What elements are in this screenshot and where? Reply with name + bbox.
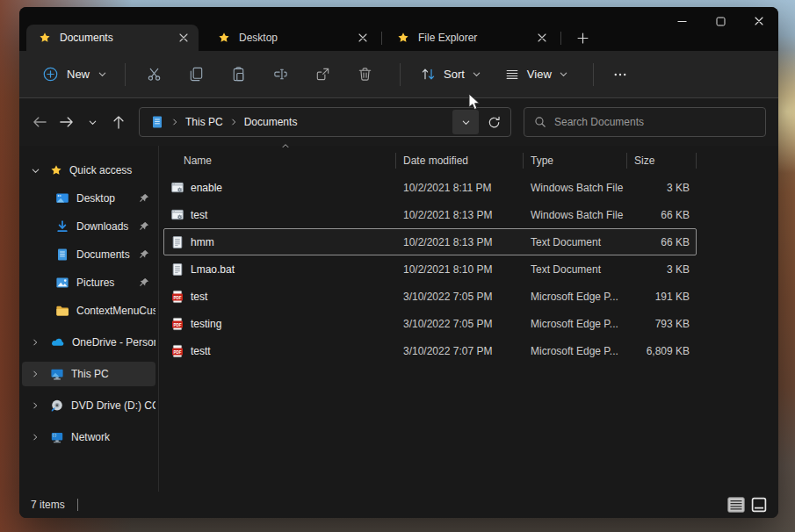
view-button-label: View bbox=[527, 68, 552, 81]
sidebar-item-downloads[interactable]: Downloads bbox=[22, 214, 155, 239]
pin-icon bbox=[139, 193, 149, 204]
file-row-test[interactable]: PDFtest3/10/2022 7:05 PMMicrosoft Edge P… bbox=[163, 283, 697, 310]
sidebar-item-label: ContextMenuCust bbox=[76, 305, 155, 317]
file-name: hmm bbox=[191, 236, 214, 248]
sidebar-item-documents[interactable]: Documents bbox=[22, 242, 155, 267]
copy-button[interactable] bbox=[178, 59, 213, 90]
tab-desktop[interactable]: Desktop bbox=[206, 25, 378, 51]
file-date-modified: 10/2/2021 8:13 PM bbox=[396, 209, 524, 221]
view-button[interactable]: View bbox=[495, 61, 577, 88]
sidebar-item-onedrive-personal[interactable]: OneDrive - Personal bbox=[22, 330, 155, 355]
svg-text:PDF: PDF bbox=[173, 322, 181, 327]
star-icon bbox=[50, 164, 62, 176]
column-header-label: Name bbox=[184, 155, 212, 167]
file-row-testing[interactable]: PDFtesting3/10/2022 7:05 PMMicrosoft Edg… bbox=[163, 310, 697, 337]
file-name-cell: PDFtestt bbox=[163, 344, 396, 358]
new-tab-button[interactable] bbox=[567, 25, 597, 51]
breadcrumb-item-documents[interactable]: Documents bbox=[244, 116, 298, 128]
tab-close-button[interactable] bbox=[534, 30, 550, 46]
sidebar-item-label: DVD Drive (D:) CCCC bbox=[71, 399, 155, 412]
file-name: test bbox=[191, 209, 207, 221]
toolbar-divider bbox=[593, 63, 594, 86]
tab-close-button[interactable] bbox=[176, 30, 192, 46]
close-button[interactable] bbox=[740, 7, 778, 35]
sidebar-item-this-pc[interactable]: This PC bbox=[22, 362, 155, 386]
chevron-down-icon bbox=[472, 69, 481, 79]
file-name: test bbox=[191, 291, 207, 303]
file-row-test[interactable]: test10/2/2021 8:13 PMWindows Batch File6… bbox=[163, 201, 697, 228]
file-row-enable[interactable]: enable10/2/2021 8:11 PMWindows Batch Fil… bbox=[163, 174, 697, 201]
sidebar-item-pictures[interactable]: Pictures bbox=[22, 270, 155, 295]
tab-label: File Explorer bbox=[418, 32, 534, 44]
sidebar-item-network[interactable]: Network bbox=[22, 425, 155, 449]
text-file-icon bbox=[170, 262, 184, 277]
star-icon bbox=[39, 32, 51, 44]
file-row-testt[interactable]: PDFtestt3/10/2022 7:07 PMMicrosoft Edge … bbox=[163, 337, 697, 364]
dvd-icon bbox=[50, 399, 64, 413]
tab-file-explorer[interactable]: File Explorer bbox=[385, 25, 557, 51]
pin-icon bbox=[139, 277, 149, 288]
breadcrumb-item-this-pc[interactable]: This PC bbox=[185, 116, 223, 128]
chevron-right-icon[interactable] bbox=[31, 370, 50, 378]
column-header-name[interactable]: Name bbox=[163, 153, 396, 169]
sidebar-item-desktop[interactable]: Desktop bbox=[22, 186, 155, 211]
tab-close-button[interactable] bbox=[355, 30, 371, 46]
svg-text:PDF: PDF bbox=[173, 349, 181, 354]
new-button[interactable]: New bbox=[35, 61, 114, 88]
column-header-type[interactable]: Type bbox=[524, 153, 627, 169]
refresh-button[interactable] bbox=[481, 110, 507, 134]
tab-documents[interactable]: Documents bbox=[26, 25, 199, 51]
search-icon bbox=[534, 116, 546, 128]
file-name-cell: test bbox=[163, 208, 396, 222]
address-bar[interactable]: This PCDocuments bbox=[139, 107, 511, 137]
search-input[interactable] bbox=[554, 116, 755, 128]
tab-strip: DocumentsDesktopFile Explorer bbox=[26, 25, 564, 51]
downloads-icon bbox=[55, 219, 69, 234]
item-count: 7 items bbox=[31, 499, 65, 511]
details-view-button[interactable] bbox=[726, 496, 747, 514]
sidebar-item-label: This PC bbox=[71, 368, 155, 380]
up-button[interactable] bbox=[105, 108, 132, 136]
chevron-down-icon[interactable] bbox=[31, 166, 50, 176]
pictures-icon bbox=[55, 276, 69, 290]
chevron-right-icon[interactable] bbox=[31, 338, 50, 347]
file-name: Lmao.bat bbox=[191, 263, 235, 276]
file-date-modified: 10/2/2021 8:13 PM bbox=[396, 236, 524, 248]
tab-label: Desktop bbox=[239, 32, 355, 44]
rename-button[interactable] bbox=[263, 59, 298, 90]
sidebar-item-dvd-drive-d-cccc[interactable]: DVD Drive (D:) CCCC bbox=[22, 393, 155, 418]
cut-button[interactable] bbox=[136, 59, 171, 90]
file-type: Text Document bbox=[524, 236, 627, 248]
file-date-modified: 3/10/2022 7:05 PM bbox=[396, 318, 524, 330]
forward-button[interactable] bbox=[53, 108, 79, 136]
file-name-cell: PDFtesting bbox=[163, 317, 396, 331]
column-headers: NameDate modifiedTypeSize bbox=[163, 146, 778, 174]
back-button[interactable] bbox=[26, 108, 53, 136]
sidebar-item-quick-access[interactable]: Quick access bbox=[22, 158, 155, 183]
sort-button[interactable]: Sort bbox=[411, 61, 490, 88]
paste-button[interactable] bbox=[220, 59, 256, 90]
sidebar-item-label: OneDrive - Personal bbox=[72, 336, 155, 349]
thispc-icon bbox=[50, 367, 64, 381]
see-more-button[interactable] bbox=[604, 59, 636, 90]
share-button[interactable] bbox=[305, 59, 340, 90]
address-dropdown-button[interactable] bbox=[452, 110, 479, 134]
chevron-right-icon bbox=[170, 118, 179, 126]
file-type: Text Document bbox=[524, 263, 627, 276]
file-name-cell: enable bbox=[163, 181, 396, 195]
search-box[interactable] bbox=[524, 107, 766, 137]
delete-button[interactable] bbox=[347, 59, 382, 90]
chevron-right-icon[interactable] bbox=[31, 433, 50, 442]
status-bar: 7 items bbox=[19, 492, 778, 518]
minimize-button[interactable] bbox=[662, 7, 701, 35]
file-row-lmao-bat[interactable]: Lmao.bat10/2/2021 8:10 PMText Document3 … bbox=[163, 255, 697, 283]
tab-bar[interactable]: DocumentsDesktopFile Explorer bbox=[19, 7, 778, 51]
recent-locations-button[interactable] bbox=[79, 108, 105, 136]
maximize-button[interactable] bbox=[701, 7, 740, 35]
sidebar-item-contextmenucust[interactable]: ContextMenuCust bbox=[22, 298, 155, 323]
column-header-size[interactable]: Size bbox=[627, 153, 697, 169]
column-header-date-modified[interactable]: Date modified bbox=[396, 153, 524, 169]
chevron-right-icon[interactable] bbox=[31, 401, 50, 410]
file-row-hmm[interactable]: hmm10/2/2021 8:13 PMText Document66 KB bbox=[163, 228, 697, 255]
icons-view-button[interactable] bbox=[748, 496, 770, 514]
